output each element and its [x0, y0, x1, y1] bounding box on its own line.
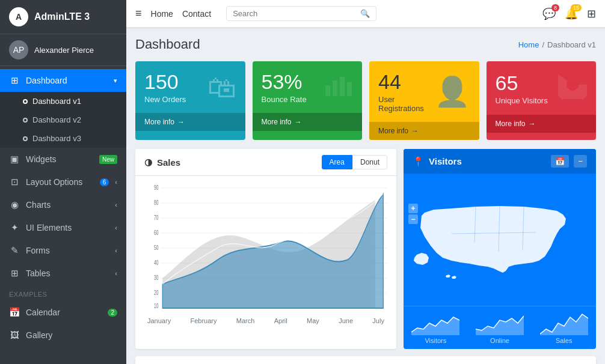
bounce-label: Bounce Rate [262, 95, 307, 104]
sidebar-item-tables[interactable]: ⊞ Tables ‹ [0, 262, 126, 285]
main-content: ≡ Home Contact 🔍 💬 8 🔔 15 ⊞ Dashboard [126, 0, 605, 364]
sales-stat-label: Sales [538, 337, 590, 344]
dashboard-submenu: Dashboard v1 Dashboard v2 Dashboard v3 [0, 92, 126, 148]
charts-row: ◑ Sales Area Donut [135, 149, 596, 349]
breadcrumb-home[interactable]: Home [518, 40, 539, 49]
tab-donut[interactable]: Donut [352, 155, 387, 169]
notifications-button[interactable]: 🔔 15 [565, 7, 578, 20]
stat-card-orders: 150 New Orders 🛍 More info → [135, 61, 245, 140]
sidebar-item-charts[interactable]: ◉ Charts ‹ [0, 193, 126, 216]
map-pin-icon: 📍 [413, 156, 424, 167]
stat-cards: 150 New Orders 🛍 More info → 53% Bounce … [135, 61, 596, 140]
pie-chart-icon [558, 70, 587, 106]
apps-button[interactable]: ⊞ [587, 7, 596, 20]
search-input[interactable] [233, 9, 357, 18]
visitors-footer: Visitors Online [404, 306, 596, 349]
sidebar-item-forms[interactable]: ✎ Forms ‹ [0, 239, 126, 262]
chevron-down-icon: ▾ [114, 77, 117, 85]
stat-card-bounce: 53% Bounce Rate More info → [253, 61, 363, 140]
visitors-card-title: 📍 Visitors [413, 156, 462, 167]
online-sparkline [476, 311, 524, 335]
svg-text:10: 10 [154, 303, 159, 310]
online-stat-label: Online [474, 337, 526, 344]
svg-text:30: 30 [154, 275, 159, 282]
sidebar: A AdminLTE 3 AP Alexander Pierce ⊞ Dashb… [0, 0, 126, 364]
charts-icon: ◉ [9, 199, 20, 210]
sidebar-item-label: Widgets [26, 154, 93, 164]
sidebar-item-dashboard-v3[interactable]: Dashboard v3 [0, 129, 126, 148]
new-badge: New [99, 155, 117, 164]
calendar-button[interactable]: 📅 [551, 155, 569, 168]
brand-logo: A [9, 7, 28, 26]
sidebar-item-label: Layout Options [26, 177, 94, 187]
visitors-number: 65 [496, 71, 548, 95]
forms-icon: ✎ [9, 245, 20, 256]
user-name: Alexander Pierce [34, 46, 94, 55]
circle-icon [23, 118, 28, 123]
sales-card-title: ◑ Sales [144, 157, 180, 168]
collapse-button[interactable]: − [574, 155, 587, 168]
svg-text:20: 20 [154, 290, 159, 297]
sidebar-item-label: Charts [26, 200, 109, 210]
notifications-badge: 15 [571, 4, 582, 11]
sidebar-item-label: Dashboard [26, 76, 108, 85]
bar-chart-icon [324, 71, 353, 104]
count-badge: 6 [100, 178, 109, 186]
hamburger-icon[interactable]: ≡ [135, 7, 142, 20]
chevron-left-icon: ‹ [115, 178, 117, 186]
direct-chat-card: Direct Chat 5 [135, 356, 596, 364]
nav-sub-label: Dashboard v2 [32, 115, 81, 124]
chevron-left-icon: ‹ [115, 224, 117, 231]
content-header: Dashboard Home / Dashboard v1 [135, 37, 596, 52]
tables-icon: ⊞ [9, 268, 20, 279]
sidebar-item-label: Tables [26, 268, 109, 278]
stat-card-registrations: 44 User Registrations 👤 More info → [369, 61, 479, 140]
registrations-label: User Registrations [378, 95, 434, 113]
usa-map-svg: + − [404, 174, 596, 306]
sidebar-item-dashboard-v2[interactable]: Dashboard v2 [0, 111, 126, 129]
visitors-stat-visitors: Visitors [404, 306, 468, 349]
unique-visitors-more-info[interactable]: More info → [487, 115, 597, 133]
chevron-left-icon: ‹ [115, 201, 117, 208]
calendar-icon: 📅 [9, 307, 20, 318]
sidebar-item-ui-elements[interactable]: ✦ UI Elements ‹ [0, 216, 126, 239]
user-plus-icon: 👤 [434, 75, 470, 109]
arrow-right-icon: → [177, 118, 185, 126]
visitors-controls: 📅 − [551, 155, 587, 168]
svg-rect-1 [333, 80, 337, 96]
sidebar-item-label: Gallery [26, 330, 117, 340]
registrations-more-info[interactable]: More info → [369, 122, 479, 140]
sidebar-item-layout-options[interactable]: ⊡ Layout Options 6 ‹ [0, 171, 126, 193]
search-box[interactable]: 🔍 [226, 6, 376, 21]
circle-icon [23, 136, 28, 141]
header: ≡ Home Contact 🔍 💬 8 🔔 15 ⊞ [126, 0, 605, 28]
breadcrumb-current: Dashboard v1 [547, 40, 596, 49]
sales-card-body: 90 80 70 60 50 40 30 20 10 [135, 176, 396, 330]
sales-card-header: ◑ Sales Area Donut [135, 149, 396, 176]
layout-icon: ⊡ [9, 177, 20, 187]
orders-more-info[interactable]: More info → [135, 113, 245, 131]
sidebar-item-gallery[interactable]: 🖼 Gallery [0, 324, 126, 346]
nav-link-home[interactable]: Home [151, 9, 173, 19]
tab-area[interactable]: Area [322, 155, 352, 169]
ui-icon: ✦ [9, 222, 20, 233]
sidebar-item-dashboard[interactable]: ⊞ Dashboard ▾ [0, 69, 126, 92]
nav-link-contact[interactable]: Contact [182, 9, 211, 19]
sidebar-item-calendar[interactable]: 📅 Calendar 2 [0, 301, 126, 324]
header-right: 💬 8 🔔 15 ⊞ [542, 7, 596, 20]
sidebar-item-label: UI Elements [26, 223, 109, 232]
sidebar-brand: A AdminLTE 3 [0, 0, 126, 34]
sidebar-item-label: Forms [26, 246, 109, 255]
stat-card-unique-visitors: 65 Unique Visitors More info → [487, 61, 597, 140]
sidebar-nav: ⊞ Dashboard ▾ Dashboard v1 Dashboard v2 … [0, 66, 126, 364]
visitors-card: 📍 Visitors 📅 − [404, 149, 596, 349]
arrow-right-icon: → [295, 118, 302, 126]
sidebar-item-label: Calendar [26, 308, 102, 317]
sidebar-item-widgets[interactable]: ▣ Widgets New [0, 148, 126, 171]
svg-point-5 [567, 79, 579, 91]
svg-text:70: 70 [154, 214, 159, 222]
bounce-more-info[interactable]: More info → [253, 113, 363, 131]
messages-button[interactable]: 💬 8 [542, 7, 556, 20]
sidebar-item-dashboard-v1[interactable]: Dashboard v1 [0, 92, 126, 111]
svg-text:50: 50 [154, 244, 159, 252]
